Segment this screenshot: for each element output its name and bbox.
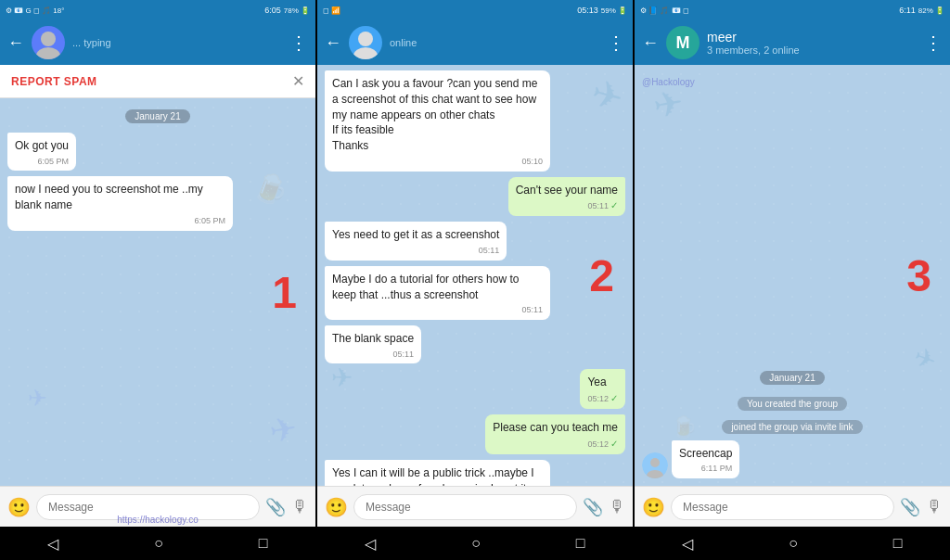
group-msg-avatar-3	[642, 452, 668, 478]
avatar-1[interactable]	[32, 26, 65, 59]
msg-bubble-1a: Ok got you 6:05 PM	[7, 133, 76, 171]
msg-text-2e: The blank space	[332, 332, 414, 345]
nav-home-2[interactable]: ○	[460, 531, 492, 555]
msg-bubble-2d: Maybe I do a tutorial for others how to …	[325, 266, 550, 320]
back-button-3[interactable]: ←	[642, 33, 659, 53]
mic-button-3[interactable]: 🎙	[926, 497, 943, 516]
header-info-2[interactable]: online	[390, 37, 599, 48]
status-time-3: 6:11	[899, 6, 916, 15]
msg-row-2f: Yea 05:12 ✓	[325, 369, 625, 409]
back-button-1[interactable]: ←	[7, 33, 24, 53]
status-time-1: 6:05	[264, 6, 281, 15]
message-input-3[interactable]	[671, 494, 894, 520]
nav-square-3[interactable]: □	[882, 531, 914, 555]
msg-row-2a: Can I ask you a favour ?can you send me …	[325, 70, 625, 172]
msg-row-2g: Please can you teach me 05:12 ✓	[325, 414, 625, 454]
msg-text-2h: Yes I can it will be a public trick ..ma…	[332, 466, 534, 486]
msg-text-2c: Yes need to get it as a screenshot	[332, 228, 499, 241]
emoji-button-1[interactable]: 🙂	[7, 496, 31, 518]
group-name-3: meer	[707, 30, 917, 45]
nav-home-3[interactable]: ○	[777, 531, 809, 555]
avatar-3[interactable]: M	[666, 26, 700, 59]
menu-button-2[interactable]: ⋮	[607, 32, 625, 54]
screen2: ◻ 📶 05:13 59% 🔋 ← online ⋮	[317, 0, 633, 560]
msg-row-1b: now I need you to screenshot me ..my bla…	[7, 176, 308, 230]
nav-square-2[interactable]: □	[565, 531, 597, 555]
avatar-2[interactable]	[349, 26, 382, 59]
msg-time-2b: 05:11 ✓	[516, 199, 618, 212]
svg-point-2	[358, 32, 373, 46]
check-2g: ✓	[610, 438, 618, 451]
msg-row-2b: Can't see your name 05:11 ✓	[325, 177, 625, 217]
nav-square-1[interactable]: □	[248, 531, 279, 555]
msg-text-2d: Maybe I do a tutorial for others how to …	[332, 273, 519, 301]
chat-area-2: ✈ ✈ 2 Can I ask you a favour ?can you se…	[317, 65, 633, 486]
date-sep-1: January 21	[7, 109, 308, 123]
msg-row-1a: Ok got you 6:05 PM	[7, 133, 308, 171]
status-battery-2: 59% 🔋	[601, 6, 627, 15]
contact-name-1: ... typing	[72, 37, 282, 48]
screen3: ⚙ 📘 🎵 📧 ◻ 6:11 82% 🔋 ← M meer 3 members,…	[635, 0, 950, 560]
back-button-2[interactable]: ←	[325, 33, 341, 53]
msg-bubble-2f: Yea 05:12 ✓	[580, 369, 625, 409]
menu-button-1[interactable]: ⋮	[289, 32, 308, 54]
emoji-button-2[interactable]: 🙂	[325, 496, 348, 518]
emoji-button-3[interactable]: 🙂	[642, 496, 665, 518]
msg-bubble-3: Screencap 6:11 PM	[672, 440, 739, 478]
group-msg-row-3: Screencap 6:11 PM	[642, 440, 943, 478]
status-battery-1: 78% 🔋	[284, 6, 310, 15]
msg-time-2g: 05:12 ✓	[493, 438, 618, 451]
msg-row-2d: Maybe I do a tutorial for others how to …	[325, 266, 625, 320]
svg-point-1	[36, 47, 60, 59]
status-left-1: ⚙ 📧 G ◻ 🎵 18°	[6, 6, 64, 15]
msg-bubble-2g: Please can you teach me 05:12 ✓	[485, 414, 625, 454]
group-sub-3: 3 members, 2 online	[707, 45, 917, 56]
message-input-1[interactable]	[36, 494, 260, 520]
nav-back-2[interactable]: ◁	[353, 531, 387, 556]
chat-area-1: ✈ 🍺 ✈ ✈ 1 January 21 Ok got you 6:05 PM	[0, 98, 315, 486]
mic-button-2[interactable]: 🎙	[609, 497, 625, 516]
attach-button-1[interactable]: 📎	[265, 497, 286, 517]
header-info-3[interactable]: meer 3 members, 2 online	[707, 30, 917, 56]
msg-bubble-2h: Yes I can it will be a public trick ..ma…	[325, 460, 550, 486]
status-right-1: 6:05 78% 🔋	[264, 6, 310, 15]
msg-row-2h: Yes I can it will be a public trick ..ma…	[325, 460, 625, 486]
chat-header-3: ← M meer 3 members, 2 online ⋮	[635, 20, 950, 65]
nav-home-1[interactable]: ○	[143, 531, 174, 555]
header-info-1[interactable]: ... typing	[72, 37, 282, 48]
chat-area-3: ✈ ✈ 🍺 3 @Hackology January 21 You create…	[635, 65, 950, 486]
check-2b: ✓	[610, 199, 618, 212]
msg-time-1b: 6:05 PM	[15, 215, 225, 227]
svg-point-5	[650, 458, 660, 467]
message-input-2[interactable]	[353, 494, 577, 520]
input-bar-1: 🙂 📎 🎙	[0, 486, 315, 527]
panel-number-1: 1	[272, 267, 297, 318]
sys-text-3a: You created the group	[738, 397, 847, 411]
status-bar-1: ⚙ 📧 G ◻ 🎵 18° 6:05 78% 🔋	[0, 0, 315, 20]
spam-text: REPORT SPAM	[11, 75, 97, 88]
sys-text-3b: joined the group via invite link	[722, 420, 862, 434]
date-label-3: January 21	[760, 371, 824, 385]
nav-back-3[interactable]: ◁	[671, 531, 704, 556]
check-2f: ✓	[610, 392, 618, 405]
nav-back-1[interactable]: ◁	[36, 531, 70, 556]
sys-msg-3b: joined the group via invite link	[642, 420, 943, 434]
msg-bubble-2e: The blank space 05:11	[325, 325, 421, 363]
chat-header-1: ← ... typing ⋮	[0, 20, 315, 65]
mic-button-1[interactable]: 🎙	[291, 497, 308, 516]
svg-point-0	[41, 32, 56, 46]
attach-button-3[interactable]: 📎	[900, 497, 920, 517]
menu-button-3[interactable]: ⋮	[924, 32, 943, 54]
nav-bar-2: ◁ ○ □	[317, 527, 633, 560]
status-icons-3: ⚙ 📘 🎵 📧 ◻	[640, 6, 689, 15]
sys-msg-3a: You created the group	[642, 397, 943, 411]
nav-bar-3: ◁ ○ □	[635, 527, 950, 560]
msg-time-1a: 6:05 PM	[15, 156, 69, 168]
msg-bubble-1b: now I need you to screenshot me ..my bla…	[7, 176, 233, 230]
status-icons-1: ⚙ 📧 G ◻ 🎵 18°	[6, 6, 64, 15]
msg-time-3: 6:11 PM	[679, 463, 732, 475]
msg-text-3: Screencap	[679, 447, 732, 460]
attach-button-2[interactable]: 📎	[583, 497, 603, 517]
spam-close[interactable]: ✕	[292, 72, 304, 90]
msg-bubble-2a: Can I ask you a favour ?can you send me …	[325, 70, 550, 172]
